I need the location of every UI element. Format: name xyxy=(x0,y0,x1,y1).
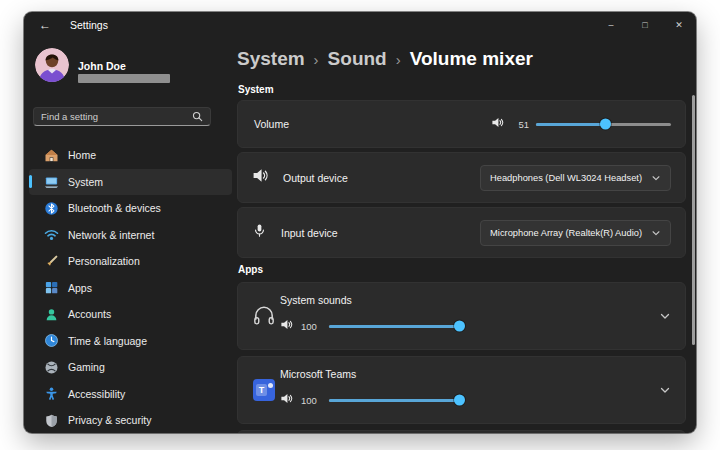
sidebar-item-privacy-security[interactable]: Privacy & security xyxy=(29,407,232,433)
app-name: System sounds xyxy=(280,294,352,306)
window-title: Settings xyxy=(70,19,108,31)
chevron-down-icon xyxy=(651,169,661,187)
content-area: System › Sound › Volume mixer System Vol… xyxy=(237,38,696,433)
sidebar-item-label: Accessibility xyxy=(68,388,125,400)
apps-section-heading: Apps xyxy=(238,264,263,275)
sidebar-item-system[interactable]: System xyxy=(29,169,232,195)
sidebar-item-network-internet[interactable]: Network & internet xyxy=(29,222,232,248)
paintbrush-icon xyxy=(43,253,59,269)
breadcrumb-volume-mixer: Volume mixer xyxy=(410,48,533,70)
sidebar-item-label: Time & language xyxy=(68,335,147,347)
close-button[interactable]: ✕ xyxy=(662,12,696,38)
volume-value: 51 xyxy=(511,119,529,130)
volume-card: Volume 51 xyxy=(237,100,686,148)
wifi-icon xyxy=(43,227,59,243)
sidebar-item-label: Bluetooth & devices xyxy=(68,202,161,214)
app-volume-value: 100 xyxy=(301,321,321,332)
breadcrumb-sound[interactable]: Sound xyxy=(328,48,387,70)
app-row-microsoft-teams[interactable]: T Microsoft Teams 100 xyxy=(237,356,686,424)
bluetooth-icon xyxy=(43,200,59,216)
sidebar-item-personalization[interactable]: Personalization xyxy=(29,248,232,274)
search-icon xyxy=(192,111,203,122)
user-email-redacted xyxy=(78,74,170,83)
shield-icon xyxy=(43,412,59,428)
close-icon: ✕ xyxy=(675,20,683,30)
sidebar-item-label: Privacy & security xyxy=(68,414,151,426)
sidebar-item-label: Home xyxy=(68,149,96,161)
minimize-button[interactable]: – xyxy=(594,12,628,38)
sidebar: John Doe Home System xyxy=(24,38,237,433)
sidebar-item-bluetooth-devices[interactable]: Bluetooth & devices xyxy=(29,195,232,221)
sidebar-item-accessibility[interactable]: Accessibility xyxy=(29,381,232,407)
input-device-label: Input device xyxy=(281,227,338,239)
breadcrumb-separator: › xyxy=(396,50,401,68)
app-row-system-sounds[interactable]: System sounds 100 xyxy=(237,282,686,350)
volume-slider[interactable] xyxy=(536,118,671,130)
app-volume-slider[interactable] xyxy=(329,320,459,332)
app-name: Microsoft Teams xyxy=(280,368,356,380)
maximize-button[interactable]: □ xyxy=(628,12,662,38)
sidebar-item-apps[interactable]: Apps xyxy=(29,275,232,301)
input-device-dropdown[interactable]: Microphone Array (Realtek(R) Audio) xyxy=(480,220,671,246)
app-row-partial xyxy=(237,430,686,433)
expand-chevron-icon[interactable] xyxy=(659,384,671,396)
sidebar-item-label: System xyxy=(68,176,103,188)
output-speaker-icon xyxy=(252,167,269,188)
headphones-icon xyxy=(251,304,277,328)
search-input[interactable] xyxy=(41,111,192,122)
selected-indicator xyxy=(29,175,32,188)
expand-chevron-icon[interactable] xyxy=(659,310,671,322)
app-volume-slider[interactable] xyxy=(329,394,459,406)
sidebar-item-gaming[interactable]: Gaming xyxy=(29,354,232,380)
person-icon xyxy=(43,306,59,322)
window-controls: – □ ✕ xyxy=(594,12,696,38)
output-device-label: Output device xyxy=(283,172,348,184)
sidebar-item-accounts[interactable]: Accounts xyxy=(29,301,232,327)
titlebar: ← Settings – □ ✕ xyxy=(24,12,696,38)
accessibility-icon xyxy=(43,386,59,402)
settings-window: ← Settings – □ ✕ John Doe xyxy=(24,12,696,433)
home-icon xyxy=(43,147,59,163)
input-device-value: Microphone Array (Realtek(R) Audio) xyxy=(490,228,642,238)
back-icon: ← xyxy=(39,18,51,32)
input-device-card: Input device Microphone Array (Realtek(R… xyxy=(237,207,686,258)
speaker-icon[interactable] xyxy=(280,317,293,335)
breadcrumb-system[interactable]: System xyxy=(237,48,305,70)
breadcrumb: System › Sound › Volume mixer xyxy=(237,48,533,70)
speaker-icon[interactable] xyxy=(491,115,504,133)
scrollbar[interactable] xyxy=(692,95,695,345)
back-button[interactable]: ← xyxy=(30,14,60,36)
app-volume-value: 100 xyxy=(301,395,321,406)
sidebar-item-label: Apps xyxy=(68,282,92,294)
output-device-dropdown[interactable]: Headphones (Dell WL3024 Headset) xyxy=(480,165,671,191)
search-box[interactable] xyxy=(33,107,211,126)
volume-label: Volume xyxy=(254,118,289,130)
sidebar-item-label: Accounts xyxy=(68,308,111,320)
chevron-down-icon xyxy=(651,224,661,242)
speaker-icon[interactable] xyxy=(280,391,293,409)
app-slider-thumb[interactable] xyxy=(454,321,465,332)
sidebar-item-label: Network & internet xyxy=(68,229,154,241)
sidebar-item-label: Personalization xyxy=(68,255,140,267)
breadcrumb-separator: › xyxy=(314,50,319,68)
sidebar-item-time-language[interactable]: Time & language xyxy=(29,328,232,354)
maximize-icon: □ xyxy=(642,20,647,30)
system-section-heading: System xyxy=(238,84,274,95)
clock-globe-icon xyxy=(43,333,59,349)
output-device-value: Headphones (Dell WL3024 Headset) xyxy=(490,173,642,183)
microsoft-teams-icon: T xyxy=(253,379,275,401)
sidebar-item-home[interactable]: Home xyxy=(29,142,232,168)
apps-icon xyxy=(43,280,59,296)
volume-slider-thumb[interactable] xyxy=(600,119,611,130)
app-slider-thumb[interactable] xyxy=(454,395,465,406)
user-name: John Doe xyxy=(78,60,126,72)
sidebar-item-label: Gaming xyxy=(68,361,105,373)
output-device-card: Output device Headphones (Dell WL3024 He… xyxy=(237,152,686,203)
avatar[interactable] xyxy=(35,48,69,82)
minimize-icon: – xyxy=(608,20,613,30)
xbox-icon xyxy=(43,359,59,375)
system-icon xyxy=(43,174,59,190)
microphone-icon xyxy=(252,223,267,242)
sidebar-nav: Home System Bluetooth & devices Networ xyxy=(29,142,232,433)
